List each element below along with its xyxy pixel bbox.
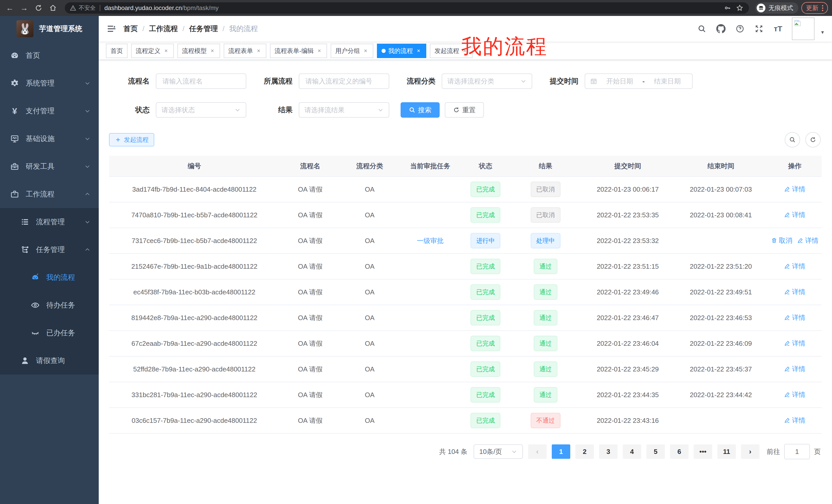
page-button-5[interactable]: 5: [646, 444, 665, 459]
close-icon[interactable]: ×: [462, 48, 468, 54]
process-name-input[interactable]: [161, 77, 241, 86]
back-arrow-icon[interactable]: ←: [4, 2, 16, 13]
close-icon[interactable]: ×: [256, 48, 262, 54]
sidebar-item-10[interactable]: 已办任务: [0, 319, 99, 347]
edit-icon: [784, 289, 790, 295]
table-toolbar: 发起流程: [109, 132, 822, 147]
task-link[interactable]: 一级审批: [417, 236, 443, 245]
sidebar-item-8[interactable]: 我的流程: [0, 263, 99, 291]
tab-6[interactable]: 我的流程×: [377, 44, 426, 58]
detail-link[interactable]: 详情: [784, 262, 805, 271]
cell-name: OA 请假: [280, 202, 341, 228]
tab-4[interactable]: 流程表单-编辑×: [270, 44, 327, 58]
app-logo[interactable]: 🐰 芋道管理系统: [0, 16, 99, 41]
sidebar-item-1[interactable]: 系统管理: [0, 69, 99, 97]
detail-link[interactable]: 详情: [784, 287, 805, 297]
close-icon[interactable]: ×: [316, 48, 322, 54]
browser-menu-icon[interactable]: [822, 5, 823, 11]
address-bar[interactable]: 不安全 dashboard.yudao.iocoder.cn/bpm/task/…: [65, 2, 749, 13]
cell-category: OA: [341, 176, 398, 202]
cell-submit-time: 2022-01-22 23:51:15: [582, 254, 674, 279]
breadcrumb-item-0[interactable]: 首页: [123, 24, 138, 34]
detail-link[interactable]: 详情: [784, 365, 805, 373]
avatar[interactable]: [792, 18, 814, 40]
close-icon[interactable]: ×: [163, 48, 169, 54]
table-search-icon[interactable]: [785, 132, 800, 147]
hamburger-icon[interactable]: [107, 24, 116, 33]
sidebar-item-0[interactable]: 首页: [0, 41, 99, 69]
status-select[interactable]: 请选择状态: [156, 102, 246, 118]
create-process-button[interactable]: 发起流程: [109, 133, 154, 146]
close-icon[interactable]: ×: [415, 48, 422, 54]
process-def-input[interactable]: [305, 77, 384, 86]
home-icon[interactable]: [47, 2, 59, 13]
tab-7[interactable]: 发起流程×: [430, 44, 473, 58]
security-warning[interactable]: 不安全: [70, 4, 96, 12]
cell-task: [398, 279, 462, 305]
detail-link[interactable]: 详情: [797, 236, 818, 245]
cancel-link[interactable]: 取消: [771, 236, 792, 245]
search-icon[interactable]: [697, 24, 707, 34]
tab-3[interactable]: 流程表单×: [224, 44, 266, 58]
github-icon[interactable]: [716, 24, 726, 34]
sidebar-item-3[interactable]: 基础设施: [0, 125, 99, 152]
sidebar-item-9[interactable]: 待办任务: [0, 291, 99, 319]
tab-5[interactable]: 用户分组×: [331, 44, 373, 58]
page-button-2[interactable]: 2: [575, 444, 594, 459]
goto-page: 前往 页: [767, 444, 821, 459]
breadcrumb-separator: /: [223, 25, 225, 33]
submit-time-range[interactable]: 开始日期 - 结束日期: [585, 74, 693, 89]
search-button[interactable]: 搜索: [400, 102, 440, 118]
fontsize-icon[interactable]: тT: [773, 24, 783, 34]
column-header-2: 流程分类: [341, 156, 398, 176]
page-size-select[interactable]: 10条/页: [474, 444, 523, 459]
breadcrumb-item-2[interactable]: 任务管理: [189, 24, 218, 34]
yen-icon: ¥: [10, 107, 19, 115]
detail-link[interactable]: 详情: [784, 313, 805, 322]
star-icon[interactable]: [735, 4, 744, 12]
key-icon[interactable]: [723, 4, 731, 12]
page-button-11[interactable]: 11: [717, 444, 736, 459]
table-refresh-icon[interactable]: [805, 132, 821, 147]
caret-down-icon[interactable]: ▼: [820, 30, 825, 35]
close-icon[interactable]: ×: [363, 48, 369, 54]
category-select[interactable]: 请选择流程分类: [442, 74, 532, 89]
detail-link[interactable]: 详情: [784, 339, 805, 348]
help-icon[interactable]: [735, 24, 745, 34]
page-button-6[interactable]: 6: [670, 444, 688, 459]
detail-link[interactable]: 详情: [784, 390, 805, 399]
page-button-3[interactable]: 3: [599, 444, 618, 459]
more-pages-icon[interactable]: •••: [694, 444, 712, 459]
forward-arrow-icon[interactable]: →: [19, 2, 30, 13]
next-page-button[interactable]: ›: [741, 444, 759, 459]
page-button-4[interactable]: 4: [623, 444, 641, 459]
tab-2[interactable]: 流程模型×: [177, 44, 220, 58]
detail-link[interactable]: 详情: [784, 185, 805, 194]
sidebar-item-4[interactable]: 研发工具: [0, 152, 99, 180]
sidebar-item-11[interactable]: 请假查询: [0, 347, 99, 374]
goto-page-input[interactable]: [784, 444, 810, 459]
cell-actions: 详情: [768, 305, 822, 331]
detail-link[interactable]: 详情: [784, 211, 805, 219]
cell-name: OA 请假: [280, 408, 341, 433]
cell-submit-time: 2022-01-22 23:45:29: [582, 356, 674, 382]
detail-link[interactable]: 详情: [784, 416, 805, 425]
sidebar-item-5[interactable]: 工作流程: [0, 180, 99, 208]
tab-1[interactable]: 流程定义×: [131, 44, 174, 58]
sidebar-item-2[interactable]: ¥ 支付管理: [0, 97, 99, 125]
close-icon[interactable]: ×: [209, 48, 215, 54]
sidebar-item-7[interactable]: 任务管理: [0, 236, 99, 263]
tab-0[interactable]: 首页: [106, 44, 128, 58]
breadcrumb-item-1[interactable]: 工作流程: [149, 24, 178, 34]
browser-update-button[interactable]: 更新: [801, 2, 828, 14]
process-name-input-wrap: [156, 74, 246, 89]
cell-name: OA 请假: [280, 254, 341, 279]
prev-page-button[interactable]: ‹: [528, 444, 547, 459]
sidebar-item-6[interactable]: 流程管理: [0, 208, 99, 236]
fullscreen-icon[interactable]: [754, 24, 764, 34]
reload-icon[interactable]: [33, 2, 44, 13]
process-name-label: 流程名: [121, 76, 150, 86]
page-button-1[interactable]: 1: [552, 444, 570, 459]
reset-button[interactable]: 重置: [445, 102, 484, 118]
result-select[interactable]: 请选择流结果: [299, 102, 389, 118]
